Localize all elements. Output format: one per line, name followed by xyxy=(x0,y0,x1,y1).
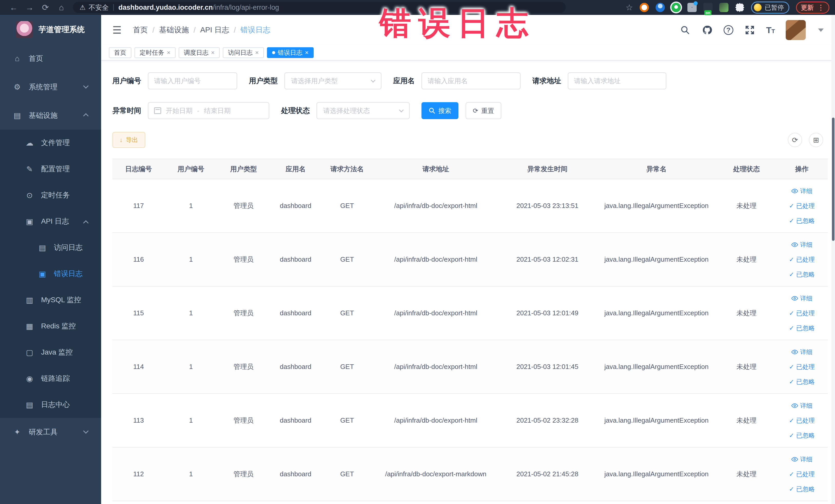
processed-link[interactable]: ✓已处理 xyxy=(789,256,815,264)
paused-badge[interactable]: 已暂停 xyxy=(751,2,789,14)
fullscreen-icon[interactable] xyxy=(744,24,755,36)
detail-link[interactable]: 详细 xyxy=(791,294,812,302)
column-header: 用户类型 xyxy=(217,165,270,174)
reset-button[interactable]: ⟳ 重置 xyxy=(466,102,501,119)
breadcrumb-separator: / xyxy=(234,26,236,35)
select-placeholder: 请选择用户类型 xyxy=(291,77,338,85)
github-icon[interactable] xyxy=(701,24,713,36)
monitor-icon: ▤ xyxy=(11,111,23,120)
detail-link[interactable]: 详细 xyxy=(791,402,812,410)
detail-link[interactable]: 详细 xyxy=(791,455,812,463)
extension-icon[interactable] xyxy=(672,3,681,12)
extension-icon[interactable] xyxy=(719,3,729,12)
extension-icon[interactable] xyxy=(703,3,713,12)
tab-job-log[interactable]: 调度日志 × xyxy=(179,47,220,58)
tab-label: 定时任务 xyxy=(140,48,164,57)
eye-icon xyxy=(791,296,798,301)
processed-link[interactable]: ✓已处理 xyxy=(789,470,815,478)
ignored-link[interactable]: ✓已忽略 xyxy=(789,485,815,493)
scrollbar-thumb[interactable] xyxy=(832,118,834,241)
browser-menu-icon[interactable]: ⋮ xyxy=(817,3,824,12)
sidebar-item-job[interactable]: ⊙ 定时任务 xyxy=(0,182,101,208)
address-bar[interactable]: ⚠ 不安全 dashboard.yudao.iocoder.cn /infra/… xyxy=(73,2,566,13)
export-button[interactable]: ↓ 导出 xyxy=(113,132,145,148)
ignored-link[interactable]: ✓已忽略 xyxy=(789,378,815,386)
sidebar-item-system[interactable]: ⚙ 系统管理 xyxy=(0,73,101,101)
avatar[interactable] xyxy=(786,20,806,40)
extension-icon[interactable] xyxy=(640,3,649,12)
cell-url: /api/infra/db-doc/export-html xyxy=(373,256,499,263)
ignored-label: 已忽略 xyxy=(796,324,815,332)
cell-user-id: 1 xyxy=(165,470,217,478)
ignored-label: 已忽略 xyxy=(796,217,815,225)
sidebar-item-label: 配置管理 xyxy=(41,164,70,174)
extension-icon[interactable] xyxy=(687,3,697,12)
cell-user-type: 管理员 xyxy=(217,469,270,479)
sidebar-item-error-log[interactable]: ▣ 错误日志 xyxy=(0,261,101,287)
sidebar-item-java[interactable]: ▢ Java 监控 xyxy=(0,339,101,365)
close-icon[interactable]: × xyxy=(211,49,215,56)
tab-job[interactable]: 定时任务 × xyxy=(135,47,176,58)
ignored-link[interactable]: ✓已忽略 xyxy=(789,270,815,279)
extension-icon[interactable] xyxy=(656,3,665,12)
forward-icon[interactable]: → xyxy=(22,3,38,12)
reload-icon[interactable]: ⟳ xyxy=(38,3,54,12)
sidebar-item-file[interactable]: ☁ 文件管理 xyxy=(0,130,101,156)
column-settings-button[interactable]: ⊞ xyxy=(809,133,823,147)
search-button[interactable]: 搜索 xyxy=(422,102,459,119)
tab-home[interactable]: 首页 xyxy=(109,47,131,58)
sidebar-item-access-log[interactable]: ▤ 访问日志 xyxy=(0,235,101,261)
sidebar-item-api-log[interactable]: ▣ API 日志 xyxy=(0,208,101,235)
detail-link[interactable]: 详细 xyxy=(791,241,812,249)
detail-link[interactable]: 详细 xyxy=(791,187,812,195)
sidebar-item-dev-tools[interactable]: ✦ 研发工具 xyxy=(0,418,101,446)
search-icon[interactable] xyxy=(679,24,691,36)
processed-link[interactable]: ✓已处理 xyxy=(789,363,815,371)
request-url-input[interactable] xyxy=(568,73,666,89)
date-range-picker[interactable]: 开始日期 - 结束日期 xyxy=(148,102,269,119)
sidebar-item-trace[interactable]: ◉ 链路追踪 xyxy=(0,365,101,391)
table-tools: ⟳ ⊞ xyxy=(788,133,823,147)
user-type-select[interactable]: 请选择用户类型 xyxy=(284,73,382,89)
sidebar-item-infra[interactable]: ▤ 基础设施 xyxy=(0,101,101,130)
breadcrumb-item[interactable]: API 日志 xyxy=(200,25,229,35)
breadcrumb-item[interactable]: 首页 xyxy=(133,25,148,35)
sidebar-item-label: MySQL 监控 xyxy=(41,295,81,305)
sidebar-item-config[interactable]: ✎ 配置管理 xyxy=(0,156,101,182)
breadcrumb-item[interactable]: 基础设施 xyxy=(159,25,189,35)
close-icon[interactable]: × xyxy=(305,49,308,56)
browser-home-icon[interactable]: ⌂ xyxy=(54,3,69,12)
processed-link[interactable]: ✓已处理 xyxy=(789,202,815,210)
sidebar-item-mysql[interactable]: ▥ MySQL 监控 xyxy=(0,287,101,313)
font-size-icon[interactable]: TT xyxy=(766,25,775,35)
app-logo-row[interactable]: 芋道管理系统 xyxy=(0,15,101,44)
cell-user-type: 管理员 xyxy=(217,201,270,210)
browser-actions: ☆ 已暂停 更新 ⋮ xyxy=(626,2,829,14)
back-icon[interactable]: ← xyxy=(6,3,22,12)
processed-link[interactable]: ✓已处理 xyxy=(789,417,815,425)
extensions-puzzle-icon[interactable] xyxy=(735,3,745,12)
close-icon[interactable]: × xyxy=(255,49,259,56)
tab-error-log[interactable]: 错误日志 × xyxy=(267,47,314,58)
ignored-link[interactable]: ✓已忽略 xyxy=(789,431,815,440)
sidebar-item-redis[interactable]: ▦ Redis 监控 xyxy=(0,313,101,339)
sidebar-item-log-center[interactable]: ▤ 日志中心 xyxy=(0,391,101,418)
close-icon[interactable]: × xyxy=(167,49,170,56)
breadcrumb-separator: / xyxy=(194,26,196,35)
sidebar-item-home[interactable]: ⌂ 首页 xyxy=(0,44,101,73)
hamburger-icon[interactable]: ☰ xyxy=(113,24,122,36)
processed-link[interactable]: ✓已处理 xyxy=(789,309,815,317)
help-icon[interactable]: ? xyxy=(724,25,733,35)
user-id-input[interactable] xyxy=(148,73,237,89)
calendar-icon xyxy=(154,107,161,114)
bookmark-star-icon[interactable]: ☆ xyxy=(626,3,633,12)
app-name-input[interactable] xyxy=(422,73,521,89)
refresh-button[interactable]: ⟳ xyxy=(788,133,802,147)
process-status-select[interactable]: 请选择处理状态 xyxy=(317,102,410,119)
caret-down-icon[interactable] xyxy=(818,28,824,32)
tab-access-log[interactable]: 访问日志 × xyxy=(223,47,264,58)
ignored-link[interactable]: ✓已忽略 xyxy=(789,324,815,332)
update-button[interactable]: 更新 ⋮ xyxy=(796,2,829,14)
ignored-link[interactable]: ✓已忽略 xyxy=(789,217,815,225)
detail-link[interactable]: 详细 xyxy=(791,348,812,356)
